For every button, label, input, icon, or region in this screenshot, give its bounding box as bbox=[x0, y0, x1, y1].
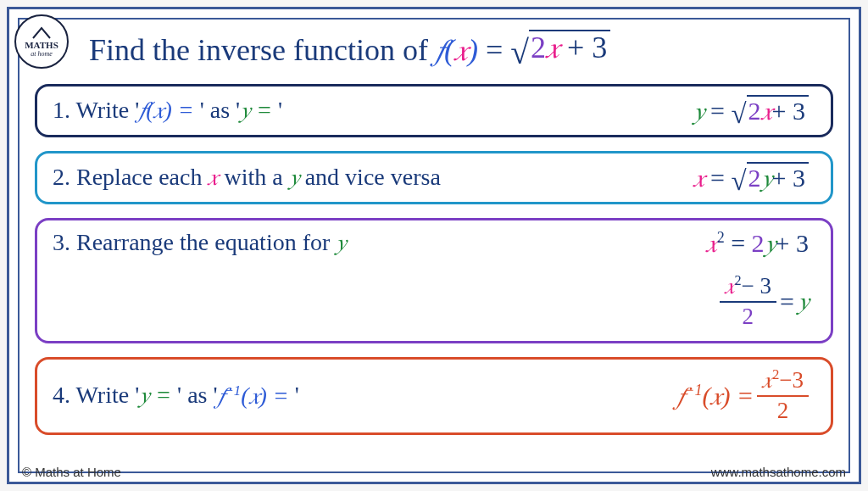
step-4-text: 4. Write '𝑦 = ' as '𝑓−1(𝑥) = ' bbox=[53, 382, 677, 410]
step-1-equation: 𝑦 = √ 2𝑥+ 3 bbox=[693, 95, 815, 126]
step-3-equations: 𝑥2 = 2𝑦+ 3 𝑥2− 3 2 = 𝑦 bbox=[706, 229, 815, 329]
s3l1-y: 𝑦 bbox=[765, 229, 776, 257]
step-2-row: 2. Replace each 𝑥 with a 𝑦 and vice vers… bbox=[53, 162, 815, 193]
sqrt-icon: √ bbox=[510, 33, 529, 72]
title-plus: + 3 bbox=[559, 31, 607, 64]
s4e-px: (𝑥) = bbox=[702, 382, 754, 410]
s1e-y: 𝑦 bbox=[693, 97, 711, 125]
s3-line1: 𝑥2 = 2𝑦+ 3 bbox=[706, 229, 809, 259]
s4-yq: 𝑦 = bbox=[139, 382, 177, 409]
s4-b: as bbox=[181, 382, 213, 409]
logo-badge: MATHS at home bbox=[14, 14, 69, 69]
title-sqrt: √ 2𝑥 + 3 bbox=[510, 30, 610, 69]
s1-a: Write bbox=[76, 97, 136, 123]
s3-frac: 𝑥2− 3 2 bbox=[720, 274, 777, 329]
step-3-text: 3. Rearrange the equation for 𝑦 bbox=[53, 229, 706, 257]
title-x2: 𝑥 bbox=[546, 31, 559, 64]
s3l1-x: 𝑥 bbox=[706, 229, 717, 257]
s2e-eq: = bbox=[710, 164, 731, 192]
s3l2-sq: 2 bbox=[735, 273, 742, 288]
s3l2-x: 𝑥 bbox=[725, 273, 735, 299]
s3l1-sq: 2 bbox=[717, 229, 725, 246]
title-sqrt-body: 2𝑥 + 3 bbox=[529, 30, 610, 65]
step-2-text: 2. Replace each 𝑥 with a 𝑦 and vice vers… bbox=[53, 164, 693, 192]
step-3-box: 3. Rearrange the equation for 𝑦 𝑥2 = 2𝑦+… bbox=[35, 218, 833, 343]
footer: © Maths at Home www.mathsathome.com bbox=[22, 465, 846, 479]
s2-a: Replace each bbox=[76, 164, 208, 190]
s4-finv: 𝑓−1(𝑥) = bbox=[218, 382, 295, 409]
step-4-equation: 𝑓−1(𝑥) = 𝑥2−3 2 bbox=[677, 368, 815, 423]
logo-text-2: at home bbox=[31, 50, 53, 58]
s2e-2: 2 bbox=[748, 164, 761, 192]
s3-frac-num: 𝑥2− 3 bbox=[720, 274, 777, 301]
step-1-num: 1. bbox=[53, 97, 76, 123]
s3l1-eq: = bbox=[731, 229, 751, 257]
step-3-row: 3. Rearrange the equation for 𝑦 𝑥2 = 2𝑦+… bbox=[53, 229, 815, 329]
s2-num: 2. bbox=[53, 164, 76, 190]
outer-frame: MATHS at home Find the inverse function … bbox=[7, 7, 861, 484]
title-x: 𝑥 bbox=[454, 33, 468, 67]
s2-y: 𝑦 bbox=[289, 164, 299, 190]
s1e-t: + 3 bbox=[772, 97, 805, 125]
house-icon bbox=[31, 26, 52, 40]
s3-a: Rearrange the equation for bbox=[76, 229, 336, 255]
s1-y: 𝑦 = bbox=[240, 97, 278, 123]
s4e-den: 2 bbox=[757, 395, 809, 424]
s4e-lhs: 𝑓−1(𝑥) = bbox=[677, 382, 754, 411]
s4-num: 4. bbox=[53, 382, 76, 409]
q8: ' bbox=[295, 382, 299, 409]
s1-sqrt-body: 2𝑥+ 3 bbox=[747, 95, 809, 125]
s1-fx: 𝑓(𝑥) = bbox=[139, 97, 200, 123]
s4e-x: 𝑥 bbox=[762, 367, 772, 393]
step-1-box: 1. Write '𝑓(𝑥) = ' as '𝑦 = ' 𝑦 = √ 2𝑥+ 3 bbox=[35, 84, 833, 137]
s4-sup: −1 bbox=[225, 382, 242, 398]
step-4-box: 4. Write '𝑦 = ' as '𝑓−1(𝑥) = ' 𝑓−1(𝑥) = … bbox=[35, 357, 833, 434]
title-two: 2 bbox=[531, 31, 546, 64]
s2-c: and vice versa bbox=[299, 164, 441, 190]
step-2-box: 2. Replace each 𝑥 with a 𝑦 and vice vers… bbox=[35, 151, 833, 204]
s2-sqrt-body: 2𝑦+ 3 bbox=[747, 162, 809, 192]
page-title: Find the inverse function of 𝑓(𝑥) = √ 2𝑥… bbox=[89, 30, 833, 69]
s4-frac: 𝑥2−3 2 bbox=[757, 368, 809, 423]
s2-b: with a bbox=[218, 164, 288, 190]
footer-right: www.mathsathome.com bbox=[711, 465, 846, 479]
s3l2-y: 𝑦 bbox=[798, 287, 809, 316]
title-fx: 𝑓(𝑥) bbox=[436, 33, 478, 67]
s2-sqrt: √ 2𝑦+ 3 bbox=[731, 162, 809, 193]
s3-y: 𝑦 bbox=[336, 229, 346, 255]
s4e-sup: −1 bbox=[684, 382, 702, 399]
step-1-text: 1. Write '𝑓(𝑥) = ' as '𝑦 = ' bbox=[53, 97, 693, 125]
s2e-t: + 3 bbox=[772, 164, 805, 192]
s1-sqrt: √ 2𝑥+ 3 bbox=[731, 95, 809, 126]
s3l2-den: 2 bbox=[720, 301, 777, 330]
s4e-m3: −3 bbox=[779, 367, 804, 393]
s3-line2: 𝑥2− 3 2 = 𝑦 bbox=[720, 274, 810, 329]
s1e-eq: = bbox=[710, 97, 731, 125]
s2-x: 𝑥 bbox=[208, 164, 218, 190]
s3l1-2: 2 bbox=[752, 229, 765, 257]
s4-frac-num: 𝑥2−3 bbox=[757, 368, 809, 395]
s1-b: as bbox=[204, 97, 236, 123]
step-4-row: 4. Write '𝑦 = ' as '𝑓−1(𝑥) = ' 𝑓−1(𝑥) = … bbox=[53, 368, 815, 423]
q4: ' bbox=[278, 97, 282, 123]
title-prefix: Find the inverse function of bbox=[89, 33, 436, 67]
s3l2-m3: − 3 bbox=[742, 273, 771, 299]
s3-num: 3. bbox=[53, 229, 76, 255]
s3l1-t: + 3 bbox=[776, 229, 809, 257]
s3l2-eq: = bbox=[780, 287, 794, 316]
logo-text-1: MATHS bbox=[25, 40, 58, 50]
s4-f: 𝑓 bbox=[218, 382, 225, 409]
s2e-x: 𝑥 bbox=[693, 164, 711, 192]
sqrt-icon-2: √ bbox=[731, 165, 746, 197]
s4-a: Write bbox=[76, 382, 136, 409]
s4-fx: (𝑥) = bbox=[241, 382, 295, 409]
s2e-y: 𝑦 bbox=[761, 164, 772, 192]
inner-frame: MATHS at home Find the inverse function … bbox=[18, 18, 850, 473]
footer-left: © Maths at Home bbox=[22, 465, 121, 479]
s1e-x: 𝑥 bbox=[761, 97, 772, 125]
sqrt-icon-1: √ bbox=[731, 98, 746, 130]
step-1-row: 1. Write '𝑓(𝑥) = ' as '𝑦 = ' 𝑦 = √ 2𝑥+ 3 bbox=[53, 95, 815, 126]
step-2-equation: 𝑥 = √ 2𝑦+ 3 bbox=[693, 162, 815, 193]
title-eq: = bbox=[486, 33, 510, 67]
s1e-2: 2 bbox=[748, 97, 761, 125]
